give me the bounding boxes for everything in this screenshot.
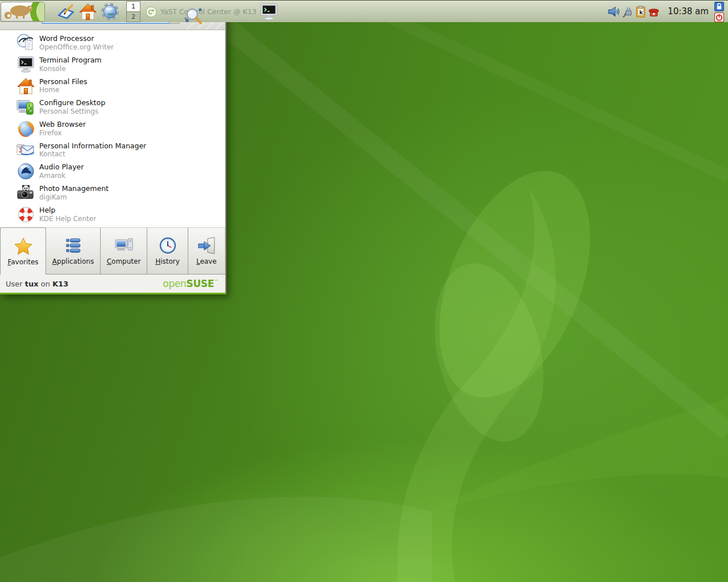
konqueror-globe-icon (101, 2, 119, 21)
writer-pad-icon (56, 2, 75, 21)
amarok-icon (16, 162, 35, 181)
menu-item-web-browser[interactable]: Web BrowserFirefox (16, 118, 225, 140)
menu-item-photo-management[interactable]: Photo ManagementdigiKam (16, 182, 225, 204)
tab-label: Applications (52, 257, 94, 265)
applications-list-icon (64, 236, 82, 255)
user-prefix: User (6, 280, 23, 288)
leave-door-icon (197, 236, 216, 255)
user-name: tux (25, 280, 39, 288)
menu-item-subtitle: Amarok (39, 172, 84, 180)
help-lifebuoy-icon (16, 205, 35, 224)
shutdown-button[interactable] (714, 13, 724, 22)
tab-label: Computer (107, 257, 141, 265)
menu-item-audio-player[interactable]: Audio PlayerAmarok (16, 161, 225, 182)
kicker-panel: 1 2 YaST Control Center @ K13 (0, 0, 728, 22)
klipper-clipboard-icon: k (634, 5, 647, 18)
menu-item-title: Personal Files (39, 78, 88, 86)
configure-desktop-icon (16, 98, 35, 117)
tab-label: Favorites (7, 258, 38, 266)
home-folder-icon (16, 77, 35, 95)
tab-favorites[interactable]: Favorites (0, 227, 46, 275)
menu-item-personal-files[interactable]: Personal FilesHome (16, 75, 225, 97)
power-plug-icon (621, 5, 634, 18)
menu-item-title: Web Browser (39, 120, 86, 129)
brand-suse: SUSE (187, 278, 214, 289)
menu-item-title: Word Processor (39, 35, 114, 43)
user-session-text: User tux on K13 (6, 280, 68, 288)
menu-item-terminal[interactable]: Terminal ProgramKonsole (16, 54, 225, 76)
menu-item-title: Terminal Program (39, 56, 102, 65)
kontact-icon: 3 (16, 141, 35, 160)
pager-desktop-2[interactable]: 2 (127, 11, 140, 22)
konsole-icon (16, 55, 35, 74)
shutdown-icon (714, 13, 724, 22)
tray-kpowersave[interactable] (621, 5, 634, 18)
tray-klipper[interactable]: k (634, 5, 647, 18)
lock-icon (714, 2, 724, 11)
menu-item-title: Photo Management (39, 185, 109, 193)
menu-item-title: Audio Player (39, 163, 84, 172)
kickoff-menu-button[interactable] (1, 2, 45, 22)
brand-open: open (163, 278, 186, 289)
star-icon (14, 237, 32, 255)
task-label: YaST Control Center @ K13 (160, 7, 257, 16)
user-connector: on (41, 280, 50, 288)
lock-session-button[interactable] (714, 2, 724, 11)
panel-clock[interactable]: 10:38 am (664, 1, 712, 23)
launcher-home[interactable] (78, 2, 97, 21)
menu-item-subtitle: Konsole (39, 65, 102, 73)
kickoff-tab-bar: Favorites Applications Computer (0, 227, 225, 275)
kickoff-menu: Search: ▼ Word ProcessorOpenOffice.org W… (0, 0, 226, 294)
menu-item-word-processor[interactable]: Word ProcessorOpenOffice.org Writer (16, 32, 225, 54)
tab-label: Leave (196, 257, 217, 265)
konsole-icon (259, 2, 279, 22)
menu-item-subtitle: KDE Help Center (39, 215, 96, 223)
volume-speaker-icon (607, 5, 621, 18)
tab-applications[interactable]: Applications (46, 227, 101, 274)
digikam-icon (16, 184, 35, 202)
tab-label: History (155, 257, 180, 265)
desktop-pager: 1 2 (126, 1, 140, 22)
opensuse-geeko-icon (1, 2, 44, 21)
tab-computer[interactable]: Computer (101, 227, 147, 274)
opensuse-wordmark: openSUSE™ (163, 278, 218, 289)
tray-kmix[interactable] (607, 5, 621, 18)
task-konsole[interactable] (259, 2, 279, 21)
menu-item-title: Personal Information Manager (39, 142, 146, 151)
firefox-icon (16, 119, 35, 138)
menu-item-subtitle: digiKam (39, 193, 109, 201)
menu-item-title: Help (39, 206, 96, 215)
search-magnifier-icon (184, 6, 204, 27)
menu-item-subtitle: Kontact (39, 150, 146, 158)
tray-kinternet[interactable] (647, 5, 660, 18)
host-name: K13 (52, 280, 68, 288)
menu-item-title: Configure Desktop (39, 99, 105, 107)
menu-item-subtitle: OpenOffice.org Writer (39, 43, 114, 51)
menu-item-subtitle: Firefox (39, 129, 86, 137)
menu-item-configure-desktop[interactable]: Configure DesktopPersonal Settings (16, 97, 225, 118)
home-launcher-icon (78, 2, 97, 21)
menu-item-help[interactable]: HelpKDE Help Center (16, 203, 225, 225)
launcher-writer[interactable] (56, 2, 75, 21)
pager-desktop-1[interactable]: 1 (127, 2, 140, 11)
menu-item-subtitle: Home (39, 86, 88, 94)
tab-history[interactable]: History (147, 227, 188, 274)
brand-tm: ™ (214, 279, 218, 284)
kinternet-phone-icon (647, 5, 660, 18)
svg-text:k: k (639, 9, 643, 15)
launcher-konqueror[interactable] (101, 2, 119, 21)
kickoff-footer: User tux on K13 openSUSE™ (0, 275, 225, 293)
tab-leave[interactable]: Leave (188, 227, 225, 274)
yast-geeko-icon (146, 6, 157, 18)
menu-item-pim[interactable]: 3 Personal Information ManagerKontact (16, 139, 225, 161)
favorites-list: Word ProcessorOpenOffice.org Writer Term… (0, 30, 225, 227)
openoffice-writer-icon (16, 34, 35, 52)
history-clock-icon (159, 236, 177, 255)
menu-item-subtitle: Personal Settings (39, 107, 105, 115)
computer-icon (115, 236, 133, 255)
